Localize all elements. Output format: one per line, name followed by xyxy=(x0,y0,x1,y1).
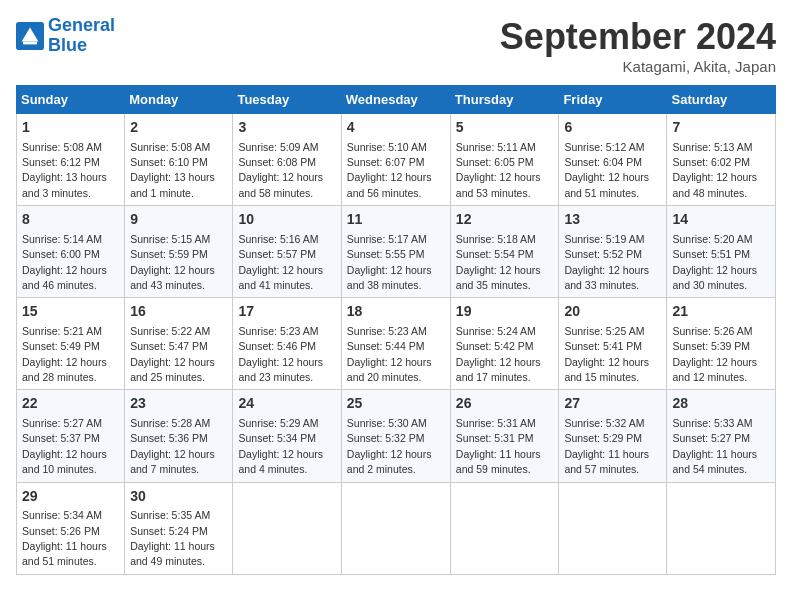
day-number: 22 xyxy=(22,394,119,414)
calendar-day: 17Sunrise: 5:23 AMSunset: 5:46 PMDayligh… xyxy=(233,298,341,390)
day-info: Sunrise: 5:35 AMSunset: 5:24 PMDaylight:… xyxy=(130,509,215,567)
calendar-day: 3Sunrise: 5:09 AMSunset: 6:08 PMDaylight… xyxy=(233,114,341,206)
day-info: Sunrise: 5:10 AMSunset: 6:07 PMDaylight:… xyxy=(347,141,432,199)
calendar-day: 7Sunrise: 5:13 AMSunset: 6:02 PMDaylight… xyxy=(667,114,776,206)
day-info: Sunrise: 5:26 AMSunset: 5:39 PMDaylight:… xyxy=(672,325,757,383)
calendar-day: 26Sunrise: 5:31 AMSunset: 5:31 PMDayligh… xyxy=(450,390,559,482)
day-number: 1 xyxy=(22,118,119,138)
calendar-day: 18Sunrise: 5:23 AMSunset: 5:44 PMDayligh… xyxy=(341,298,450,390)
empty-day xyxy=(341,482,450,574)
calendar-day: 20Sunrise: 5:25 AMSunset: 5:41 PMDayligh… xyxy=(559,298,667,390)
title-block: September 2024 Katagami, Akita, Japan xyxy=(500,16,776,75)
day-number: 13 xyxy=(564,210,661,230)
day-number: 2 xyxy=(130,118,227,138)
day-number: 6 xyxy=(564,118,661,138)
location: Katagami, Akita, Japan xyxy=(500,58,776,75)
day-number: 20 xyxy=(564,302,661,322)
day-number: 11 xyxy=(347,210,445,230)
day-number: 29 xyxy=(22,487,119,507)
day-info: Sunrise: 5:18 AMSunset: 5:54 PMDaylight:… xyxy=(456,233,541,291)
day-info: Sunrise: 5:13 AMSunset: 6:02 PMDaylight:… xyxy=(672,141,757,199)
calendar-day: 23Sunrise: 5:28 AMSunset: 5:36 PMDayligh… xyxy=(125,390,233,482)
calendar-day: 29Sunrise: 5:34 AMSunset: 5:26 PMDayligh… xyxy=(17,482,125,574)
day-info: Sunrise: 5:14 AMSunset: 6:00 PMDaylight:… xyxy=(22,233,107,291)
calendar-day: 5Sunrise: 5:11 AMSunset: 6:05 PMDaylight… xyxy=(450,114,559,206)
weekday-header: Monday xyxy=(125,86,233,114)
svg-rect-2 xyxy=(23,41,37,44)
day-info: Sunrise: 5:28 AMSunset: 5:36 PMDaylight:… xyxy=(130,417,215,475)
day-info: Sunrise: 5:24 AMSunset: 5:42 PMDaylight:… xyxy=(456,325,541,383)
day-info: Sunrise: 5:32 AMSunset: 5:29 PMDaylight:… xyxy=(564,417,649,475)
day-number: 21 xyxy=(672,302,770,322)
day-info: Sunrise: 5:23 AMSunset: 5:46 PMDaylight:… xyxy=(238,325,323,383)
day-info: Sunrise: 5:11 AMSunset: 6:05 PMDaylight:… xyxy=(456,141,541,199)
page-header: General Blue September 2024 Katagami, Ak… xyxy=(16,16,776,75)
day-info: Sunrise: 5:09 AMSunset: 6:08 PMDaylight:… xyxy=(238,141,323,199)
empty-day xyxy=(233,482,341,574)
day-info: Sunrise: 5:16 AMSunset: 5:57 PMDaylight:… xyxy=(238,233,323,291)
weekday-header: Sunday xyxy=(17,86,125,114)
empty-day xyxy=(450,482,559,574)
calendar-day: 19Sunrise: 5:24 AMSunset: 5:42 PMDayligh… xyxy=(450,298,559,390)
day-number: 24 xyxy=(238,394,335,414)
day-info: Sunrise: 5:29 AMSunset: 5:34 PMDaylight:… xyxy=(238,417,323,475)
day-info: Sunrise: 5:21 AMSunset: 5:49 PMDaylight:… xyxy=(22,325,107,383)
calendar-day: 4Sunrise: 5:10 AMSunset: 6:07 PMDaylight… xyxy=(341,114,450,206)
day-number: 10 xyxy=(238,210,335,230)
day-number: 5 xyxy=(456,118,554,138)
day-number: 4 xyxy=(347,118,445,138)
calendar-day: 1Sunrise: 5:08 AMSunset: 6:12 PMDaylight… xyxy=(17,114,125,206)
day-info: Sunrise: 5:15 AMSunset: 5:59 PMDaylight:… xyxy=(130,233,215,291)
calendar-day: 28Sunrise: 5:33 AMSunset: 5:27 PMDayligh… xyxy=(667,390,776,482)
day-number: 28 xyxy=(672,394,770,414)
calendar-day: 27Sunrise: 5:32 AMSunset: 5:29 PMDayligh… xyxy=(559,390,667,482)
day-number: 16 xyxy=(130,302,227,322)
day-number: 25 xyxy=(347,394,445,414)
day-number: 14 xyxy=(672,210,770,230)
day-number: 7 xyxy=(672,118,770,138)
calendar-table: SundayMondayTuesdayWednesdayThursdayFrid… xyxy=(16,85,776,575)
calendar-day: 24Sunrise: 5:29 AMSunset: 5:34 PMDayligh… xyxy=(233,390,341,482)
day-number: 26 xyxy=(456,394,554,414)
day-number: 3 xyxy=(238,118,335,138)
logo-icon xyxy=(16,22,44,50)
calendar-day: 30Sunrise: 5:35 AMSunset: 5:24 PMDayligh… xyxy=(125,482,233,574)
day-info: Sunrise: 5:27 AMSunset: 5:37 PMDaylight:… xyxy=(22,417,107,475)
calendar-day: 9Sunrise: 5:15 AMSunset: 5:59 PMDaylight… xyxy=(125,206,233,298)
day-number: 23 xyxy=(130,394,227,414)
calendar-day: 6Sunrise: 5:12 AMSunset: 6:04 PMDaylight… xyxy=(559,114,667,206)
calendar-day: 10Sunrise: 5:16 AMSunset: 5:57 PMDayligh… xyxy=(233,206,341,298)
weekday-header: Friday xyxy=(559,86,667,114)
day-info: Sunrise: 5:31 AMSunset: 5:31 PMDaylight:… xyxy=(456,417,541,475)
calendar-day: 13Sunrise: 5:19 AMSunset: 5:52 PMDayligh… xyxy=(559,206,667,298)
day-info: Sunrise: 5:12 AMSunset: 6:04 PMDaylight:… xyxy=(564,141,649,199)
day-info: Sunrise: 5:30 AMSunset: 5:32 PMDaylight:… xyxy=(347,417,432,475)
day-number: 17 xyxy=(238,302,335,322)
weekday-header: Wednesday xyxy=(341,86,450,114)
day-info: Sunrise: 5:34 AMSunset: 5:26 PMDaylight:… xyxy=(22,509,107,567)
calendar-day: 15Sunrise: 5:21 AMSunset: 5:49 PMDayligh… xyxy=(17,298,125,390)
calendar-day: 22Sunrise: 5:27 AMSunset: 5:37 PMDayligh… xyxy=(17,390,125,482)
calendar-day: 2Sunrise: 5:08 AMSunset: 6:10 PMDaylight… xyxy=(125,114,233,206)
day-number: 27 xyxy=(564,394,661,414)
calendar-day: 8Sunrise: 5:14 AMSunset: 6:00 PMDaylight… xyxy=(17,206,125,298)
weekday-header: Saturday xyxy=(667,86,776,114)
calendar-day: 25Sunrise: 5:30 AMSunset: 5:32 PMDayligh… xyxy=(341,390,450,482)
calendar-day: 16Sunrise: 5:22 AMSunset: 5:47 PMDayligh… xyxy=(125,298,233,390)
day-info: Sunrise: 5:22 AMSunset: 5:47 PMDaylight:… xyxy=(130,325,215,383)
day-number: 15 xyxy=(22,302,119,322)
logo: General Blue xyxy=(16,16,115,56)
calendar-day: 21Sunrise: 5:26 AMSunset: 5:39 PMDayligh… xyxy=(667,298,776,390)
weekday-header: Thursday xyxy=(450,86,559,114)
day-info: Sunrise: 5:19 AMSunset: 5:52 PMDaylight:… xyxy=(564,233,649,291)
calendar-day: 12Sunrise: 5:18 AMSunset: 5:54 PMDayligh… xyxy=(450,206,559,298)
day-number: 9 xyxy=(130,210,227,230)
weekday-header: Tuesday xyxy=(233,86,341,114)
empty-day xyxy=(667,482,776,574)
month-title: September 2024 xyxy=(500,16,776,58)
logo-text: General Blue xyxy=(48,16,115,56)
day-number: 18 xyxy=(347,302,445,322)
day-info: Sunrise: 5:33 AMSunset: 5:27 PMDaylight:… xyxy=(672,417,757,475)
day-info: Sunrise: 5:20 AMSunset: 5:51 PMDaylight:… xyxy=(672,233,757,291)
day-info: Sunrise: 5:08 AMSunset: 6:12 PMDaylight:… xyxy=(22,141,107,199)
